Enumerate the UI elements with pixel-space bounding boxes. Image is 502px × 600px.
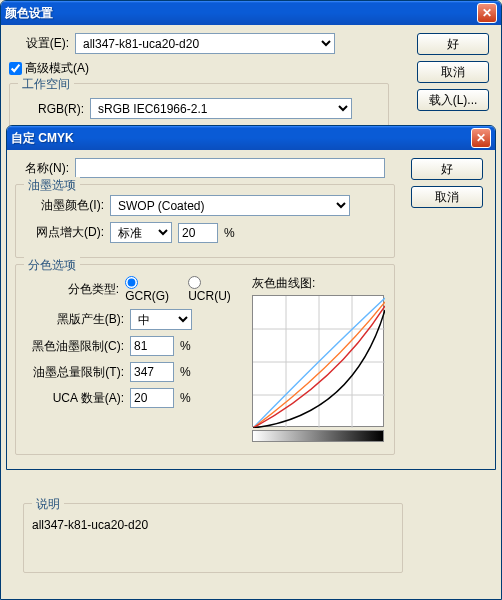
description-legend: 说明 — [32, 496, 64, 513]
uca-label: UCA 数量(A): — [24, 390, 124, 407]
titlebar-back: 颜色设置 ✕ — [1, 1, 501, 25]
gcr-radio[interactable] — [125, 276, 138, 289]
blackgen-label: 黑版产生(B): — [24, 311, 124, 328]
separation-options-group: 分色选项 分色类型: GCR(G) UCR(U) 黑版产生(B): 中 — [15, 264, 395, 455]
close-icon[interactable]: ✕ — [471, 128, 491, 148]
title-front: 自定 CMYK — [11, 130, 471, 147]
titlebar-front: 自定 CMYK ✕ — [7, 126, 495, 150]
sep-legend: 分色选项 — [24, 257, 80, 274]
workspace-legend: 工作空间 — [18, 76, 74, 93]
ok-button[interactable]: 好 — [417, 33, 489, 55]
gray-curves-chart — [252, 295, 384, 427]
advanced-label: 高级模式(A) — [25, 60, 89, 77]
curves-label: 灰色曲线图: — [252, 275, 384, 292]
cancel-button[interactable]: 取消 — [411, 186, 483, 208]
dotgain-label: 网点增大(D): — [24, 224, 104, 241]
settings-label: 设置(E): — [9, 35, 69, 52]
ucr-radio-label[interactable]: UCR(U) — [188, 275, 244, 303]
title-back: 颜色设置 — [5, 5, 477, 22]
blacklimit-label: 黑色油墨限制(C): — [24, 338, 124, 355]
gcr-radio-label[interactable]: GCR(G) — [125, 275, 182, 303]
dotgain-mode-select[interactable]: 标准 — [110, 222, 172, 243]
description-text: all347-k81-uca20-d20 — [32, 518, 394, 532]
close-icon[interactable]: ✕ — [477, 3, 497, 23]
dotgain-value-input[interactable] — [178, 223, 218, 243]
rgb-select[interactable]: sRGB IEC61966-2.1 — [90, 98, 352, 119]
blacklimit-input[interactable] — [130, 336, 174, 356]
advanced-checkbox[interactable] — [9, 62, 22, 75]
pct-label: % — [224, 226, 235, 240]
ucr-radio[interactable] — [188, 276, 201, 289]
totallimit-label: 油墨总量限制(T): — [24, 364, 124, 381]
cancel-button[interactable]: 取消 — [417, 61, 489, 83]
ok-button[interactable]: 好 — [411, 158, 483, 180]
name-input[interactable] — [75, 158, 385, 178]
rgb-label: RGB(R): — [18, 102, 84, 116]
uca-input[interactable] — [130, 388, 174, 408]
pct-label: % — [180, 339, 191, 353]
blackgen-select[interactable]: 中 — [130, 309, 192, 330]
pct-label: % — [180, 391, 191, 405]
settings-select[interactable]: all347-k81-uca20-d20 — [75, 33, 335, 54]
ink-color-select[interactable]: SWOP (Coated) — [110, 195, 350, 216]
ink-options-group: 油墨选项 油墨颜色(I): SWOP (Coated) 网点增大(D): 标准 … — [15, 184, 395, 258]
ink-legend: 油墨选项 — [24, 177, 80, 194]
ink-color-label: 油墨颜色(I): — [24, 197, 104, 214]
description-group: 说明 all347-k81-uca20-d20 — [23, 503, 403, 573]
name-label: 名称(N): — [15, 160, 69, 177]
gradient-bar — [252, 430, 384, 442]
totallimit-input[interactable] — [130, 362, 174, 382]
pct-label: % — [180, 365, 191, 379]
sep-type-label: 分色类型: — [24, 281, 119, 298]
load-button[interactable]: 载入(L)... — [417, 89, 489, 111]
custom-cmyk-window: 自定 CMYK ✕ 好 取消 名称(N): 油墨选项 油墨颜色(I): SWOP… — [6, 125, 496, 470]
